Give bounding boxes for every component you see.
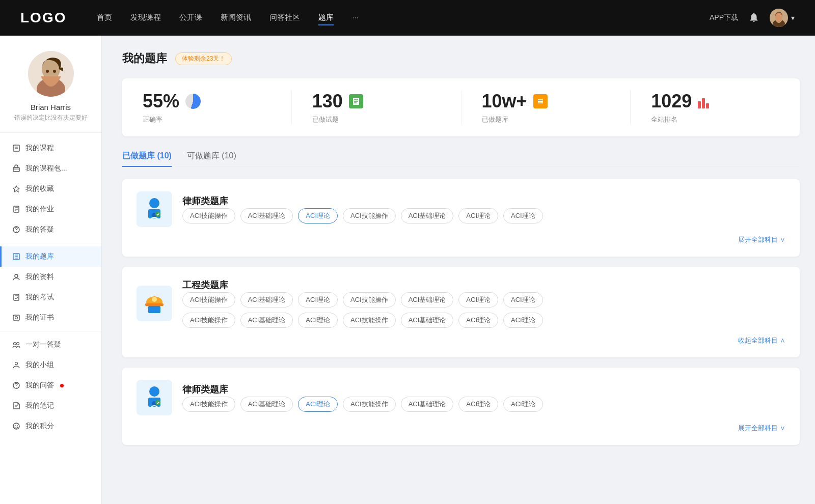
tabs-row: 已做题库 (10)可做题库 (10) xyxy=(122,151,800,167)
bank-card-header: 律师类题库 ACI技能操作 ACI基础理论 ACI理论 ACI技能操作 ACI基… xyxy=(137,191,785,227)
svg-point-20 xyxy=(16,231,16,232)
app-download-button[interactable]: APP下载 xyxy=(710,13,738,22)
bank-tag[interactable]: ACI基础理论 xyxy=(401,313,454,328)
sidebar-item-我的答疑[interactable]: 我的答疑 xyxy=(0,219,101,240)
bank-card-body: 工程类题库 ACI技能操作 ACI基础理论 ACI理论 ACI技能操作 ACI基… xyxy=(182,279,785,328)
bank-tag[interactable]: ACI基础理论 xyxy=(240,397,293,412)
sidebar-item-我的课程[interactable]: 我的课程 xyxy=(0,138,101,158)
cert-icon xyxy=(12,314,20,322)
bank-card-律师类题库: 律师类题库 ACI技能操作 ACI基础理论 ACI理论 ACI技能操作 ACI基… xyxy=(122,179,800,257)
page-title: 我的题库 xyxy=(122,51,167,66)
nav-item-···[interactable]: ··· xyxy=(352,11,359,25)
nav-item-首页[interactable]: 首页 xyxy=(97,11,112,25)
tab-已做题库 (10)[interactable]: 已做题库 (10) xyxy=(122,151,172,166)
stat-value-row: 10w+ xyxy=(482,91,548,112)
bank-tag[interactable]: ACI基础理论 xyxy=(401,292,454,307)
bank-tag[interactable]: ACI技能操作 xyxy=(182,397,235,412)
sidebar-item-label: 我的答疑 xyxy=(25,225,54,234)
nav-item-问答社区[interactable]: 问答社区 xyxy=(269,11,300,25)
bank-tag[interactable]: ACI技能操作 xyxy=(343,292,396,307)
sidebar-item-label: 我的证书 xyxy=(25,313,54,322)
svg-point-52 xyxy=(152,297,157,302)
svg-point-32 xyxy=(15,362,18,365)
sidebar-item-一对一答疑[interactable]: 一对一答疑 xyxy=(0,334,101,355)
stat-value-row: 55% xyxy=(143,91,201,112)
stat-label: 全站排名 xyxy=(651,115,677,124)
svg-point-39 xyxy=(17,425,18,426)
bank-name: 律师类题库 xyxy=(182,383,785,396)
bank-tag[interactable]: ACI基础理论 xyxy=(401,397,454,412)
svg-rect-54 xyxy=(148,306,160,313)
sidebar-item-我的课程包...[interactable]: 我的课程包... xyxy=(0,158,101,179)
bank-card-body: 律师类题库 ACI技能操作 ACI基础理论 ACI理论 ACI技能操作 ACI基… xyxy=(182,195,785,223)
stat-item-已做题库: 10w+ 已做题库 xyxy=(461,91,631,124)
nav-item-新闻资讯[interactable]: 新闻资讯 xyxy=(221,11,251,25)
group-icon xyxy=(12,361,20,369)
svg-rect-28 xyxy=(13,315,19,320)
bank-tags: ACI技能操作 ACI基础理论 ACI理论 ACI技能操作 ACI基础理论 AC… xyxy=(182,397,785,412)
svg-point-7 xyxy=(46,70,49,73)
sidebar-item-我的笔记[interactable]: 我的笔记 xyxy=(0,396,101,416)
course-icon xyxy=(12,144,20,152)
chevron-down-icon: ▾ xyxy=(791,14,795,22)
nav-item-发现课程[interactable]: 发现课程 xyxy=(130,11,161,25)
pie-chart-icon xyxy=(185,94,201,109)
sidebar-item-我的证书[interactable]: 我的证书 xyxy=(0,307,101,328)
bank-tag[interactable]: ACI理论 xyxy=(503,292,543,307)
sidebar-item-我的问答[interactable]: 我的问答 xyxy=(0,375,101,396)
bank-tag[interactable]: ACI技能操作 xyxy=(182,313,235,328)
bank-tag[interactable]: ACI理论 xyxy=(458,292,498,307)
bank-tag[interactable]: ACI技能操作 xyxy=(343,313,396,328)
bank-tag[interactable]: ACI理论 xyxy=(503,397,543,412)
bank-tag[interactable]: ACI理论 xyxy=(458,208,498,223)
bank-expand-button[interactable]: 展开全部科目 ∨ xyxy=(137,424,785,433)
bank-tag[interactable]: ACI理论 xyxy=(503,208,543,223)
bank-tag[interactable]: ACI技能操作 xyxy=(343,397,396,412)
sidebar-item-我的题库[interactable]: 我的题库 xyxy=(0,246,101,267)
bank-tag[interactable]: ACI理论 xyxy=(503,313,543,328)
sidebar-item-我的小组[interactable]: 我的小组 xyxy=(0,355,101,375)
stat-item-已做试题: 130 已做试题 xyxy=(292,91,461,124)
bank-tag[interactable]: ACI理论 xyxy=(298,313,338,328)
bank-icon xyxy=(137,191,172,227)
sidebar-item-label: 我的积分 xyxy=(25,422,54,431)
bank-tag[interactable]: ACI技能操作 xyxy=(343,208,396,223)
bank-tag[interactable]: ACI理论 xyxy=(298,397,338,412)
profile-avatar xyxy=(28,51,74,97)
svg-point-29 xyxy=(15,317,18,319)
sidebar-item-我的考试[interactable]: 我的考试 xyxy=(0,287,101,307)
bank-expand-button[interactable]: 收起全部科目 ∧ xyxy=(137,336,785,345)
header: LOGO 首页发现课程公开课新闻资讯问答社区题库··· APP下载 ▾ xyxy=(0,0,815,36)
bank-tag[interactable]: ACI理论 xyxy=(298,208,338,223)
svg-point-55 xyxy=(149,386,159,397)
sidebar-item-我的作业[interactable]: 我的作业 xyxy=(0,199,101,219)
sidebar-item-我的积分[interactable]: 我的积分 xyxy=(0,416,101,436)
sidebar-item-我的收藏[interactable]: 我的收藏 xyxy=(0,179,101,199)
page-wrap: Brian Harris 错误的决定比没有决定要好 我的课程 我的课程包... … xyxy=(0,36,815,504)
nav-item-公开课[interactable]: 公开课 xyxy=(179,11,202,25)
star-icon xyxy=(12,185,20,193)
tab-可做题库 (10)[interactable]: 可做题库 (10) xyxy=(187,151,236,166)
bank-card-body: 律师类题库 ACI技能操作 ACI基础理论 ACI理论 ACI技能操作 ACI基… xyxy=(182,383,785,412)
logo[interactable]: LOGO xyxy=(20,10,66,26)
bank-tag[interactable]: ACI理论 xyxy=(458,397,498,412)
stat-label: 已做题库 xyxy=(482,115,508,124)
profile-section: Brian Harris 错误的决定比没有决定要好 xyxy=(0,51,101,133)
bank-tag[interactable]: ACI理论 xyxy=(298,292,338,307)
bank-tag[interactable]: ACI理论 xyxy=(458,313,498,328)
bank-tag[interactable]: ACI技能操作 xyxy=(182,292,235,307)
user-avatar-menu[interactable]: ▾ xyxy=(770,9,795,27)
nav-item-题库[interactable]: 题库 xyxy=(318,11,334,25)
bank-tag[interactable]: ACI技能操作 xyxy=(182,208,235,223)
stat-value-row: 130 xyxy=(312,91,363,112)
svg-marker-14 xyxy=(13,186,19,192)
bank-tag[interactable]: ACI基础理论 xyxy=(240,313,293,328)
bank-tag[interactable]: ACI基础理论 xyxy=(240,292,293,307)
sidebar-item-我的资料[interactable]: 我的资料 xyxy=(0,267,101,287)
bank-tag[interactable]: ACI基础理论 xyxy=(401,208,454,223)
bank-expand-button[interactable]: 展开全部科目 ∨ xyxy=(137,235,785,244)
sidebar-item-label: 我的课程包... xyxy=(25,164,67,173)
bank-tag[interactable]: ACI基础理论 xyxy=(240,208,293,223)
stat-value: 10w+ xyxy=(482,91,527,112)
notification-icon[interactable] xyxy=(748,12,759,24)
